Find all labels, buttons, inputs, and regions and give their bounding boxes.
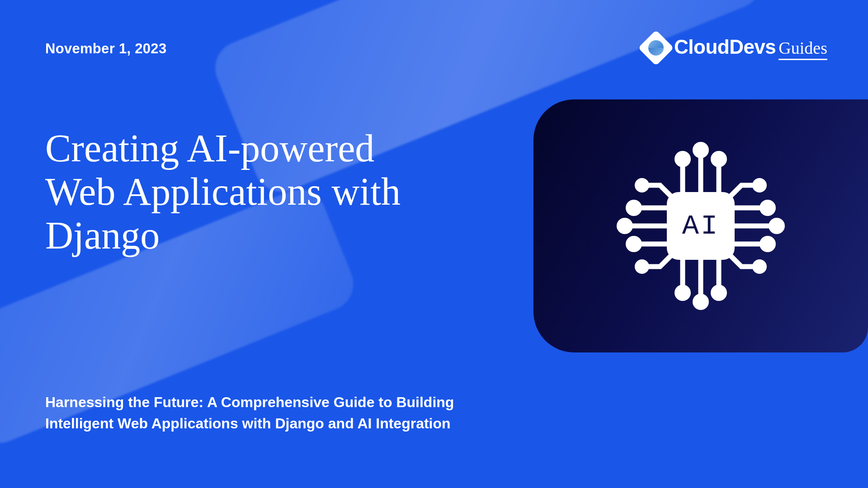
svg-point-6 [626,200,642,216]
svg-point-4 [693,294,709,310]
svg-point-0 [675,151,691,167]
svg-point-3 [675,285,691,301]
ai-chip-icon: AI [606,131,796,321]
brand-suffix: Guides [778,38,827,60]
svg-point-14 [635,259,649,274]
svg-point-15 [752,259,767,274]
svg-point-5 [711,285,727,301]
svg-point-11 [760,236,776,252]
brand-text: CloudDevs Guides [674,36,827,60]
page-subtitle: Harnessing the Future: A Comprehensive G… [45,392,520,434]
ai-illustration-card: AI [533,99,868,352]
svg-point-2 [711,151,727,167]
svg-point-7 [617,218,633,234]
clouddevs-logo-icon [638,30,674,66]
svg-point-13 [752,178,767,192]
page-title: Creating AI-powered Web Applications wit… [45,127,452,257]
svg-point-12 [635,178,649,192]
brand-block: CloudDevs Guides [643,35,827,61]
ai-chip-core: AI [667,192,735,260]
svg-point-8 [626,236,642,252]
svg-point-10 [769,218,785,234]
ai-chip-label: AI [682,210,719,242]
svg-point-9 [760,200,776,216]
publish-date: November 1, 2023 [45,41,166,57]
brand-name: CloudDevs [674,36,776,58]
svg-point-1 [693,142,709,158]
